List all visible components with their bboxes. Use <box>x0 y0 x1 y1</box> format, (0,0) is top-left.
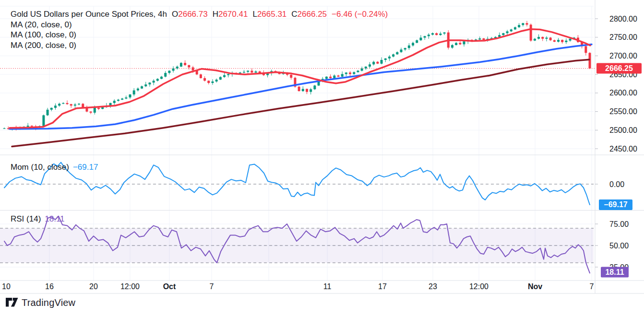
time-axis-label[interactable]: Nov <box>528 282 542 291</box>
ma20-legend-row[interactable]: MA (20, close, 0) <box>11 20 388 30</box>
tradingview-logo-icon <box>6 298 18 308</box>
change-value: −6.46 (−0.24%) <box>332 10 388 19</box>
time-axis-label[interactable]: 7 <box>590 282 594 291</box>
main-legend[interactable]: Gold US Dollars per Ounce Spot Prices, 4… <box>11 9 388 50</box>
rsi-badge-text: 18.11 <box>605 268 624 276</box>
high-value: 2670.41 <box>218 10 248 19</box>
symbol-legend-row[interactable]: Gold US Dollars per Ounce Spot Prices, 4… <box>11 9 388 20</box>
close-value: 2666.25 <box>298 10 327 19</box>
time-axis-label[interactable]: Oct <box>163 282 176 291</box>
time-axis-label[interactable]: 11 <box>323 282 332 291</box>
tradingview-logo-text: TradingView <box>22 297 75 308</box>
ma100-line <box>10 44 592 129</box>
rsi-axis-label[interactable]: 75.00 <box>609 220 629 228</box>
ma100-label: MA (100, close, 0) <box>11 30 76 39</box>
time-axis-label[interactable]: 10 <box>2 282 11 291</box>
ma100-legend-row[interactable]: MA (100, close, 0) <box>11 30 388 40</box>
rsi-legend-row[interactable]: RSI (14)18.11 <box>11 214 65 224</box>
symbol-title: Gold US Dollars per Ounce Spot Prices, 4… <box>11 10 167 19</box>
ma200-legend-row[interactable]: MA (200, close, 0) <box>11 40 388 51</box>
momentum-badge-text: −69.17 <box>604 200 627 209</box>
rsi-label: RSI (14) <box>11 214 41 223</box>
price-axis-label[interactable]: 2750.00 <box>609 33 637 41</box>
price-axis-label[interactable]: 2550.00 <box>609 107 637 116</box>
open-value: 2666.73 <box>178 10 207 19</box>
time-axis-label[interactable]: 17 <box>378 282 387 291</box>
tradingview-chart: 2800.002750.002700.002650.002600.002550.… <box>0 0 644 316</box>
rsi-value: 18.11 <box>45 214 64 223</box>
momentum-legend-row[interactable]: Mom (10, close)−69.17 <box>11 162 98 173</box>
time-axis-label[interactable]: 12:00 <box>469 282 489 291</box>
momentum-axis-label[interactable]: 0.00 <box>609 180 624 188</box>
ma20-label: MA (20, close, 0) <box>11 20 72 29</box>
time-axis-label[interactable]: 23 <box>429 282 437 291</box>
price-axis-label[interactable]: 2500.00 <box>609 126 637 134</box>
open-label: O <box>172 10 178 19</box>
price-axis-label[interactable]: 2700.00 <box>609 52 637 60</box>
high-label: H <box>213 10 218 19</box>
tradingview-logo[interactable]: TradingView <box>6 297 75 308</box>
time-axis-label[interactable]: 12:00 <box>120 282 140 291</box>
close-label: C <box>291 10 297 19</box>
price-axis-label[interactable]: 2600.00 <box>609 89 637 97</box>
price-badge-text: 2666.25 <box>605 64 633 72</box>
momentum-value: −69.17 <box>73 163 98 172</box>
time-axis-label[interactable]: 16 <box>45 282 54 291</box>
time-axis-label[interactable]: 20 <box>89 282 98 291</box>
ma200-line <box>12 59 589 146</box>
momentum-label: Mom (10, close) <box>11 163 69 172</box>
time-axis-label[interactable]: 7 <box>210 282 214 291</box>
price-axis-label[interactable]: 2800.00 <box>609 15 637 23</box>
rsi-axis-label[interactable]: 50.00 <box>609 242 629 250</box>
low-label: L <box>252 10 257 19</box>
low-value: 2665.31 <box>257 10 286 19</box>
ma200-label: MA (200, close, 0) <box>11 41 76 50</box>
price-axis-label[interactable]: 2450.00 <box>609 145 637 153</box>
